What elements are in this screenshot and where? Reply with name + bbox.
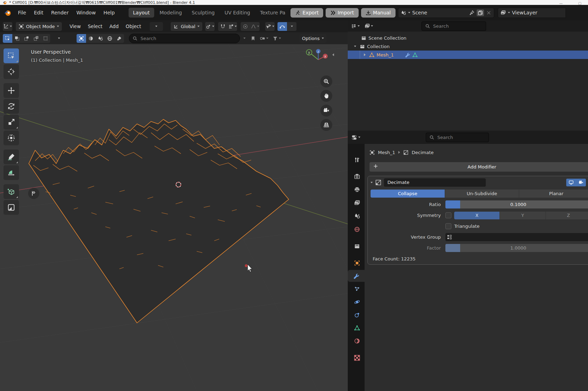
mode-planar-button[interactable]: Planar [519, 190, 588, 198]
properties-search[interactable] [426, 133, 489, 142]
editor-type-button[interactable] [3, 22, 12, 31]
tab-output-properties[interactable] [349, 184, 365, 196]
outliner-item-mesh[interactable]: Mesh_1 [348, 51, 588, 59]
chevron-down-icon[interactable] [243, 38, 246, 39]
tool-rotate[interactable] [4, 99, 19, 114]
select-mode-intersect[interactable] [41, 34, 50, 43]
tool-measure[interactable] [4, 165, 19, 180]
shading-texture-button[interactable] [115, 34, 124, 43]
axis-x-button[interactable]: X [454, 212, 499, 219]
navigation-gizmo[interactable]: y z x [303, 48, 328, 67]
shading-material-button[interactable] [96, 34, 105, 43]
breadcrumb-object[interactable]: Mesh_1 [378, 150, 395, 155]
workspace-tab-uv-editing[interactable]: UV Editing [220, 8, 255, 18]
shading-solid-button[interactable] [77, 34, 86, 43]
mode-unsubdivide-button[interactable]: Un-Subdivide [445, 190, 519, 198]
manual-button[interactable]: Manual [361, 8, 396, 18]
outliner-search[interactable] [422, 21, 486, 31]
tool-select-box[interactable] [4, 48, 19, 63]
import-button[interactable]: Import [326, 8, 358, 18]
properties-search-input[interactable] [437, 134, 485, 140]
pan-button[interactable] [320, 90, 332, 102]
tool-annotate[interactable] [4, 150, 19, 164]
zoom-button[interactable] [320, 75, 332, 87]
transform-orientation-dropdown[interactable]: Global [171, 22, 202, 31]
show-overlays-toggle[interactable] [277, 22, 287, 31]
workspace-tab-texture-paint[interactable]: Texture Pa [255, 8, 290, 18]
pivot-point-dropdown[interactable] [205, 22, 215, 31]
minimize-button[interactable]: — [559, 1, 563, 5]
shading-matcap-button[interactable] [86, 34, 96, 43]
menu-add[interactable]: Add [106, 24, 122, 29]
tab-physics-properties[interactable] [349, 296, 365, 308]
terrain-mesh[interactable] [29, 119, 289, 323]
shading-rendered-button[interactable] [105, 34, 115, 43]
menu-file[interactable]: File [14, 8, 30, 17]
overlays-dropdown[interactable] [287, 22, 296, 31]
menu-edit[interactable]: Edit [30, 8, 47, 17]
tab-material-properties[interactable] [349, 335, 365, 347]
viewport-3d[interactable]: Object Mode View Select Add Object Globa… [0, 20, 348, 391]
link-state-dropdown[interactable] [260, 36, 268, 41]
tool-search-input[interactable] [140, 35, 236, 41]
viewlayer-selector[interactable]: ViewLayer [498, 8, 566, 18]
panel-collapse-chevron-icon[interactable] [371, 182, 373, 183]
factor-slider[interactable]: 1.0000 [445, 244, 588, 252]
filter-dropdown[interactable] [273, 36, 281, 41]
tool-scale[interactable] [4, 115, 19, 130]
triangulate-checkbox[interactable] [445, 223, 451, 229]
select-mode-subtract[interactable] [22, 34, 31, 43]
checker-flag-button[interactable] [28, 188, 39, 199]
display-viewport-toggle[interactable] [566, 179, 576, 186]
show-gizmo-dropdown[interactable] [265, 22, 275, 31]
axis-z-button[interactable]: Z [546, 212, 588, 219]
add-modifier-button[interactable]: Add Modifier [370, 162, 588, 172]
tool-search[interactable] [129, 34, 240, 43]
symmetry-checkbox[interactable] [445, 212, 451, 218]
pin-icon[interactable] [469, 10, 475, 15]
workspace-tab-modeling[interactable]: Modeling [155, 8, 187, 18]
material-gradient-cube-icon[interactable] [65, 35, 72, 42]
blender-menu-icon[interactable] [4, 9, 11, 16]
menu-render[interactable]: Render [47, 8, 73, 17]
outliner-item-collection[interactable]: Collection [348, 42, 588, 51]
tab-scene-properties[interactable] [349, 210, 365, 222]
menu-view[interactable]: View [66, 24, 84, 29]
tab-particle-properties[interactable] [349, 283, 365, 295]
display-mode-dropdown[interactable] [351, 24, 360, 29]
tab-collection-properties[interactable] [349, 240, 365, 252]
display-render-toggle[interactable] [576, 179, 586, 186]
snap-toggle[interactable] [218, 22, 228, 31]
snap-target-dropdown[interactable] [228, 22, 237, 31]
menu-object[interactable]: Object [122, 24, 145, 29]
menu-select[interactable]: Select [84, 24, 106, 29]
chevron-down-icon[interactable] [58, 38, 60, 39]
tab-world-properties[interactable] [349, 223, 365, 235]
vertex-group-field[interactable] [445, 233, 588, 241]
tool-transform[interactable] [4, 131, 19, 145]
proportional-falloff-dropdown[interactable] [250, 22, 260, 31]
menu-window[interactable]: Window [72, 8, 99, 17]
tab-render-properties[interactable] [349, 170, 365, 182]
export-button[interactable]: Export [290, 8, 323, 18]
new-scene-button[interactable] [477, 9, 484, 16]
outliner-item-scene-collection[interactable]: Scene Collection [348, 34, 588, 42]
proportional-editing-toggle[interactable] [241, 22, 250, 31]
axis-y-button[interactable]: Y [500, 212, 545, 219]
tool-settings-dropdown[interactable] [150, 22, 163, 31]
tab-constraint-properties[interactable] [349, 309, 365, 321]
select-mode-set[interactable] [3, 34, 12, 43]
orthographic-toggle-button[interactable] [320, 119, 332, 131]
scene-selector[interactable]: Scene [398, 8, 494, 18]
modifier-name-field[interactable]: Decimate [384, 178, 486, 187]
tool-move[interactable] [4, 83, 19, 98]
tab-texture-properties[interactable] [349, 352, 365, 364]
menu-help[interactable]: Help [100, 8, 119, 17]
tab-viewlayer-properties[interactable] [349, 197, 365, 209]
tab-data-properties[interactable] [349, 322, 365, 334]
collapse-chevron-icon[interactable] [364, 53, 366, 56]
mode-collapse-button[interactable]: Collapse [371, 190, 445, 198]
tab-modifier-properties[interactable] [348, 270, 365, 282]
tool-extra[interactable] [4, 200, 19, 215]
outliner-filter-dropdown[interactable] [365, 24, 373, 29]
